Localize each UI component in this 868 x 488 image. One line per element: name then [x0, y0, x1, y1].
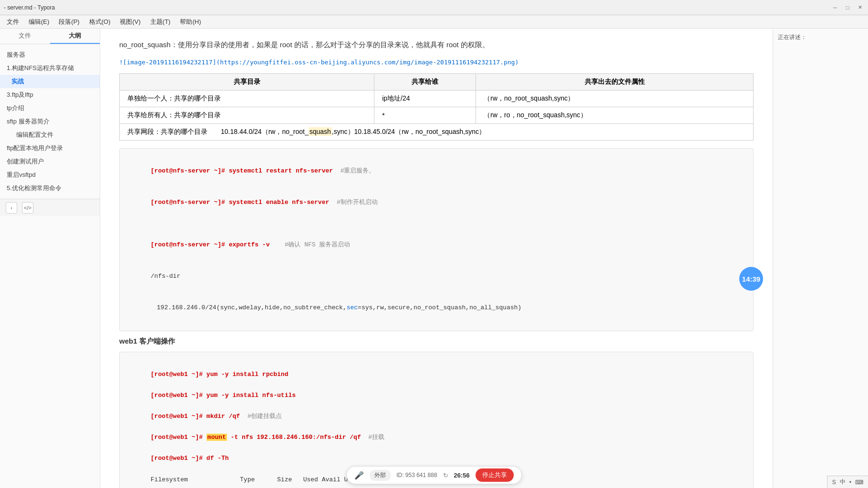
sidebar-item-ftp[interactable]: 3.ftp及lftp	[0, 88, 100, 102]
menu-help[interactable]: 帮助(H)	[175, 17, 206, 27]
tab-file[interactable]: 文件	[0, 29, 50, 44]
sidebar: 文件 大纲 服务器 1.构建NFS远程共享存储 实战 3.ftp及lftp tp…	[0, 29, 100, 488]
minimize-button[interactable]: ─	[831, 3, 839, 12]
mic-icon: 🎤	[354, 471, 364, 480]
title-text: - server.md - Typora	[4, 4, 831, 11]
code-web1-4: [root@web1 ~]# mount -t nfs 192.168.246.…	[151, 434, 361, 441]
code-web1-5: [root@web1 ~]# df -Th	[151, 455, 229, 462]
menu-edit[interactable]: 编辑(E)	[24, 17, 54, 27]
table-cell-0-0: 单独给一个人：共享的哪个目录	[120, 91, 374, 107]
table-cell-0-2: （rw，no_root_squash,sync）	[476, 91, 754, 107]
sidebar-item-sftp[interactable]: sftp 服务器简介	[0, 115, 100, 128]
ime-bar: S 中 • ⌨	[827, 476, 868, 488]
stop-share-button[interactable]: 停止共享	[475, 468, 514, 482]
sidebar-item-intro[interactable]: tp介绍	[0, 102, 100, 115]
table-row: 单独给一个人：共享的哪个目录 ip地址/24 （rw，no_root_squas…	[120, 91, 754, 107]
recording-id: ID: 953 641 888	[396, 472, 437, 478]
table-row: 共享网段：共享的哪个目录 10.18.44.0/24（rw，no_root_sq…	[120, 124, 754, 141]
left-arrow-icon: ‹	[10, 205, 12, 211]
time-badge: 14:39	[739, 267, 763, 291]
title-bar: - server.md - Typora ─ □ ✕	[0, 0, 868, 15]
sidebar-tabs: 文件 大纲	[0, 29, 100, 44]
recording-bar: 🎤 外部 ID: 953 641 888 ↻ 26:56 停止共享	[346, 466, 522, 484]
code-toggle-button[interactable]: </>	[22, 202, 33, 214]
recording-time: 26:56	[454, 472, 470, 479]
menu-format[interactable]: 格式(O)	[84, 17, 115, 27]
ime-text: 中	[840, 478, 846, 486]
table-cell-0-1: ip地址/24	[374, 91, 476, 107]
sidebar-bottom-toolbar: ‹ </>	[0, 199, 100, 216]
content-table: 共享目录 共享给谁 共享出去的文件属性 单独给一个人：共享的哪个目录 ip地址/…	[119, 73, 754, 141]
menu-view[interactable]: 视图(V)	[115, 17, 145, 27]
table-header-0: 共享目录	[120, 74, 374, 91]
menu-file[interactable]: 文件	[2, 17, 24, 27]
ime-separator: •	[849, 479, 851, 486]
table-cell-1-2: （rw，ro，no_root_squash,sync）	[476, 107, 754, 124]
web1-label: web1 客户端操作	[119, 337, 754, 346]
code-block-1: [root@nfs-server ~]# systemctl restart n…	[119, 148, 754, 331]
code-line-2: [root@nfs-server ~]# systemctl enable nf…	[151, 199, 329, 206]
code-web1-3: [root@web1 ~]# mkdir /qf	[151, 413, 240, 420]
table-row-2-text: 共享网段：共享的哪个目录 10.18.44.0/24（rw，no_root_sq…	[127, 127, 486, 136]
menu-bar: 文件 编辑(E) 段落(P) 格式(O) 视图(V) 主题(T) 帮助(H)	[0, 15, 868, 29]
sidebar-item-nfs[interactable]: 1.构建NFS远程共享存储	[0, 61, 100, 75]
right-panel-label: 正在讲述：	[778, 34, 806, 41]
main-layout: 文件 大纲 服务器 1.构建NFS远程共享存储 实战 3.ftp及lftp tp…	[0, 29, 868, 488]
ime-icon: S	[832, 479, 836, 486]
table-row: 共享给所有人：共享的哪个目录 * （rw，ro，no_root_squash,s…	[120, 107, 754, 124]
sidebar-item-edit-config[interactable]: 编辑配置文件	[0, 128, 100, 142]
right-panel: 正在讲述：	[773, 29, 868, 488]
tab-outline[interactable]: 大纲	[50, 29, 100, 44]
sidebar-nav: 服务器 1.构建NFS远程共享存储 实战 3.ftp及lftp tp介绍 sft…	[0, 44, 100, 199]
code-line-3: [root@nfs-server ~]# exportfs -v	[151, 241, 270, 248]
window-controls: ─ □ ✕	[831, 3, 864, 12]
table-header-1: 共享给谁	[374, 74, 476, 91]
table-header-2: 共享出去的文件属性	[476, 74, 754, 91]
ime-indicator: ⌨	[855, 479, 863, 486]
code-comment-mkdir: #创建挂载点	[240, 413, 282, 420]
sidebar-item-optimize[interactable]: 5.优化检测常用命令	[0, 182, 100, 195]
maximize-button[interactable]: □	[843, 3, 852, 12]
table-cell-1-0: 共享给所有人：共享的哪个目录	[120, 107, 374, 124]
code-web1-1: [root@web1 ~]# yum -y install rpcbind	[151, 371, 289, 378]
code-comment-3: #确认 NFS 服务器启动	[269, 241, 350, 248]
code-web1-2: [root@web1 ~]# yum -y install nfs-utils	[151, 392, 296, 399]
code-exportfs-output: 192.168.246.0/24(sync,wdelay,hide,no_sub…	[151, 304, 522, 311]
close-button[interactable]: ✕	[856, 3, 864, 12]
code-nfsdir: /nfs-dir	[151, 273, 180, 280]
sidebar-item-create-user[interactable]: 创建测试用户	[0, 155, 100, 168]
content-area[interactable]: no_root_squash：使用分享目录的使用者，如果是 root 的话，那么…	[100, 29, 773, 488]
refresh-icon[interactable]: ↻	[443, 472, 448, 479]
code-line-1: [root@nfs-server ~]# systemctl restart n…	[151, 167, 333, 174]
recording-outer-label: 外部	[370, 470, 391, 481]
collapse-button[interactable]: ‹	[6, 202, 17, 214]
sidebar-item-practice[interactable]: 实战	[0, 75, 100, 88]
table-cell-2-wide: 共享网段：共享的哪个目录 10.18.44.0/24（rw，no_root_sq…	[120, 124, 754, 141]
code-comment-2: #制作开机启动	[329, 199, 377, 206]
code-comment-mount: #挂载	[361, 434, 384, 441]
sidebar-item-local-user[interactable]: ftp配置本地用户登录	[0, 142, 100, 155]
menu-theme[interactable]: 主题(T)	[145, 17, 176, 27]
sidebar-item-server[interactable]: 服务器	[0, 48, 100, 61]
code-comment-1: #重启服务。	[333, 167, 375, 174]
sidebar-item-restart-vsftpd[interactable]: 重启vsftpd	[0, 168, 100, 182]
table-cell-1-1: *	[374, 107, 476, 124]
code-icon: </>	[24, 205, 31, 211]
image-link-line: ![image-20191116194232117](https://young…	[119, 59, 754, 66]
no-root-squash-desc: no_root_squash：使用分享目录的使用者，如果是 root 的话，那么…	[119, 38, 754, 51]
menu-paragraph[interactable]: 段落(P)	[54, 17, 84, 27]
